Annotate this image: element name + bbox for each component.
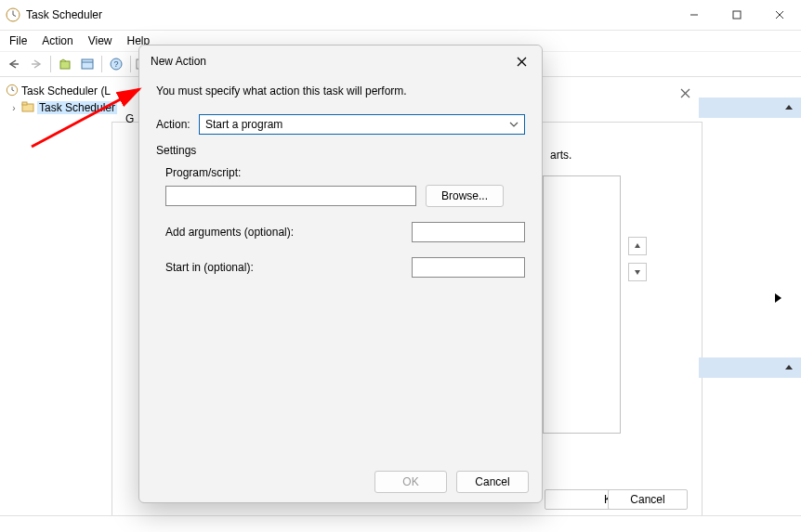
menu-view[interactable]: View xyxy=(81,32,120,49)
toolbar-panel-icon[interactable] xyxy=(77,54,98,74)
actions-pane-strip xyxy=(699,77,801,532)
minimize-button[interactable] xyxy=(673,0,716,30)
svg-rect-19 xyxy=(22,102,27,105)
clock-icon xyxy=(6,84,19,99)
menu-file[interactable]: File xyxy=(2,32,34,49)
dialog-close-button[interactable] xyxy=(508,48,534,74)
bg-peek-letter: G xyxy=(125,112,134,125)
bg-peek-arts: arts. xyxy=(550,149,571,162)
new-action-dialog: New Action You must specify what action … xyxy=(138,45,543,503)
titlebar: Task Scheduler xyxy=(0,0,801,30)
folder-icon xyxy=(21,101,34,115)
cancel-button[interactable]: Cancel xyxy=(456,471,529,493)
tree-child-label: Task Scheduler xyxy=(37,101,117,114)
startin-label: Start in (optional): xyxy=(165,261,412,274)
svg-rect-10 xyxy=(82,59,93,69)
svg-rect-9 xyxy=(60,61,70,69)
action-label: Action: xyxy=(156,118,199,131)
actions-section-header-2[interactable] xyxy=(699,357,801,378)
menu-action[interactable]: Action xyxy=(34,32,80,49)
bg-cancel-button[interactable]: Cancel xyxy=(608,489,688,510)
dialog-title: New Action xyxy=(151,55,508,68)
nav-forward-button[interactable] xyxy=(26,54,46,74)
toolbar-up-icon[interactable] xyxy=(55,54,75,74)
expand-icon[interactable]: › xyxy=(9,103,19,113)
nav-back-button[interactable] xyxy=(4,54,24,74)
action-dropdown-value: Start a program xyxy=(205,118,282,131)
action-dropdown[interactable]: Start a program xyxy=(199,114,525,135)
arguments-label: Add arguments (optional): xyxy=(165,226,412,239)
svg-text:?: ? xyxy=(113,59,118,69)
ok-button[interactable]: OK xyxy=(374,471,447,493)
wizard-close-button[interactable] xyxy=(675,83,695,103)
program-script-input[interactable] xyxy=(165,186,416,206)
settings-label: Settings xyxy=(156,144,525,157)
dialog-titlebar: New Action xyxy=(139,45,542,77)
background-listbox xyxy=(543,175,621,434)
app-icon xyxy=(6,7,20,22)
actions-expand-icon[interactable] xyxy=(773,292,786,305)
startin-input[interactable] xyxy=(412,257,525,278)
toolbar-help-icon[interactable]: ? xyxy=(106,54,126,74)
window-title: Task Scheduler xyxy=(26,8,673,21)
svg-rect-4 xyxy=(733,11,741,19)
dialog-message: You must specify what action this task w… xyxy=(156,84,525,97)
chevron-down-icon xyxy=(509,119,519,132)
statusbar xyxy=(0,515,801,532)
tree-root-label: Task Scheduler (L xyxy=(21,84,111,97)
arguments-input[interactable] xyxy=(412,222,525,242)
program-label: Program/script: xyxy=(165,166,525,179)
maximize-button[interactable] xyxy=(716,0,758,30)
close-button[interactable] xyxy=(758,0,801,30)
actions-section-header-1[interactable] xyxy=(699,97,801,118)
bg-move-down-button[interactable] xyxy=(628,263,647,281)
browse-button[interactable]: Browse... xyxy=(426,185,504,207)
bg-move-up-button[interactable] xyxy=(628,237,647,255)
